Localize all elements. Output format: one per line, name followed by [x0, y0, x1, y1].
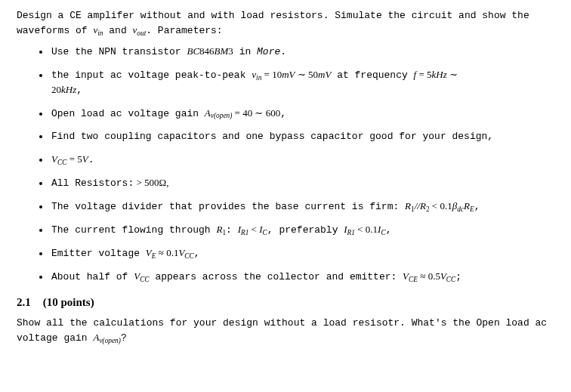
- bullet6-lt: < 0.1: [430, 200, 452, 211]
- bullet5-rest: > 500Ω,: [134, 177, 168, 188]
- bullet1-u2: mV: [318, 69, 331, 80]
- bullet4-eq: = 5: [66, 153, 82, 165]
- bullet7-lt2: < 0.1: [355, 224, 378, 235]
- bullet9-approx: ≈ 0.5: [418, 270, 440, 282]
- list-item: Emitter voltage VE ≈ 0.1VCC,: [50, 246, 554, 261]
- bullet1-pre: the input ac voltage peak-to-peak: [51, 69, 252, 81]
- bullet8-pre: Emitter voltage: [51, 248, 146, 259]
- bullet1-l2-val: 20: [51, 84, 61, 95]
- intro-and: and: [103, 25, 132, 36]
- list-item: VCC = 5V.: [50, 153, 554, 168]
- bullet9-mid: appears across the collector and emitter…: [150, 271, 403, 282]
- question-A-sub: v(open): [99, 337, 121, 345]
- bullet7-lt: <: [248, 224, 259, 235]
- bullet1-tilde2: ∼: [447, 69, 458, 80]
- bullet4-cc: CC: [57, 159, 66, 166]
- bullet0-place: More: [257, 46, 280, 57]
- bullet1-eq1: = 10: [261, 69, 282, 80]
- list-item: About half of VCC appears across the col…: [50, 270, 554, 285]
- bullet9-pre: About half of: [51, 271, 134, 282]
- bullet3-text: Find two coupling capacitors and one byp…: [51, 131, 493, 142]
- bullet4-post: .: [88, 154, 94, 165]
- bullet1-u3: kHz: [432, 69, 447, 80]
- list-item: Open load ac voltage gain Av(open) = 40 …: [50, 106, 554, 122]
- bullet9-VCE: V: [403, 270, 409, 282]
- list-item: The current flowing through R1: IR1 < IC…: [50, 223, 554, 238]
- bullet6-slash: //: [415, 200, 420, 211]
- bullet9-VCEs: CE: [409, 276, 418, 283]
- bullet9-VCC2: V: [440, 270, 446, 282]
- bullet6-pre: The voltage divider that provides the ba…: [51, 201, 405, 212]
- intro-text-2: . Parameters:: [146, 25, 222, 36]
- parameter-list: Use the NPN transistor BC846BM3 in More.…: [17, 45, 554, 286]
- bullet0-mid: in: [233, 46, 257, 57]
- bullet9-VCC: V: [134, 270, 140, 282]
- question-paragraph: Show all the calculations for your desig…: [17, 316, 554, 346]
- bullet1-eq2: = 5: [416, 69, 431, 80]
- bullet8-approx: ≈ 0.1: [156, 247, 179, 258]
- bullet1-tilde1: ∼ 50: [295, 69, 319, 80]
- intro-vout-sub: out: [137, 29, 146, 36]
- section-heading: 2.1(10 points): [17, 295, 554, 311]
- bullet1-l2-post: ,: [76, 85, 82, 96]
- list-item: Use the NPN transistor BC846BM3 in More.: [50, 45, 554, 60]
- list-item: the input ac voltage peak-to-peak vin = …: [50, 68, 554, 98]
- section-title: (10 points): [43, 296, 94, 308]
- bullet2-A: A: [205, 107, 211, 119]
- list-item: Find two coupling capacitors and one byp…: [50, 130, 554, 144]
- bullet8-VCCs: CC: [184, 252, 193, 260]
- bullet4-V: V: [51, 153, 57, 165]
- bullet7-IR1s: R1: [241, 229, 248, 237]
- bullet1-mid: at frequency: [331, 69, 413, 81]
- bullet2-A-sub: v(open): [211, 112, 233, 120]
- bullet7-mid2: , preferably: [267, 224, 344, 236]
- list-item: All Resistors: > 500Ω,: [50, 176, 554, 191]
- bullet6-post: ,: [474, 201, 480, 212]
- bullet6-R2: R: [420, 200, 426, 211]
- bullet2-eq: = 40 ∼ 600: [232, 107, 280, 119]
- bullet0-model-i2: BM: [215, 45, 229, 57]
- bullet6-R1: R: [405, 200, 411, 211]
- bullet7-mid: :: [226, 224, 238, 236]
- list-item: The voltage divider that provides the ba…: [50, 199, 554, 215]
- bullet7-IR1bs-inner: R1: [347, 229, 355, 236]
- bullet1-l2-unit: kHz: [61, 84, 76, 95]
- section-number: 2.1: [17, 295, 31, 311]
- bullet2-post: ,: [280, 108, 286, 119]
- intro-paragraph: Design a CE amplifer without and with lo…: [17, 9, 554, 39]
- bullet9-post: ;: [455, 271, 461, 282]
- bullet4-unit: V: [82, 153, 88, 165]
- bullet9-VCC2s: CC: [446, 276, 455, 283]
- bullet0-model-i1: BC: [187, 45, 199, 57]
- bullet7-IR1s-inner: R1: [241, 229, 248, 236]
- bullet1-u1: mV: [282, 69, 295, 80]
- bullet7-pre: The current flowing through: [51, 224, 216, 236]
- bullet0-model-r1: 846: [199, 45, 215, 57]
- bullet7-IR1bs: R1: [347, 229, 355, 237]
- bullet9-VCCs: CC: [140, 276, 149, 283]
- bullet5-pre: All Resistors:: [51, 177, 134, 189]
- bullet8-VE: V: [146, 247, 152, 258]
- bullet2-pre: Open load ac voltage gain: [51, 108, 205, 119]
- bullet8-post: ,: [194, 248, 200, 259]
- bullet0-pre: Use the NPN transistor: [51, 46, 187, 57]
- bullet6-RE: R: [464, 200, 470, 211]
- bullet6-beta-sub: dc: [457, 205, 464, 213]
- question-t2: ?: [121, 332, 127, 344]
- question-A-sub-text: v(open): [99, 337, 121, 344]
- bullet7-post: ,: [386, 224, 392, 236]
- bullet0-post: .: [280, 46, 286, 57]
- bullet2-A-sub-text: v(open): [211, 112, 233, 119]
